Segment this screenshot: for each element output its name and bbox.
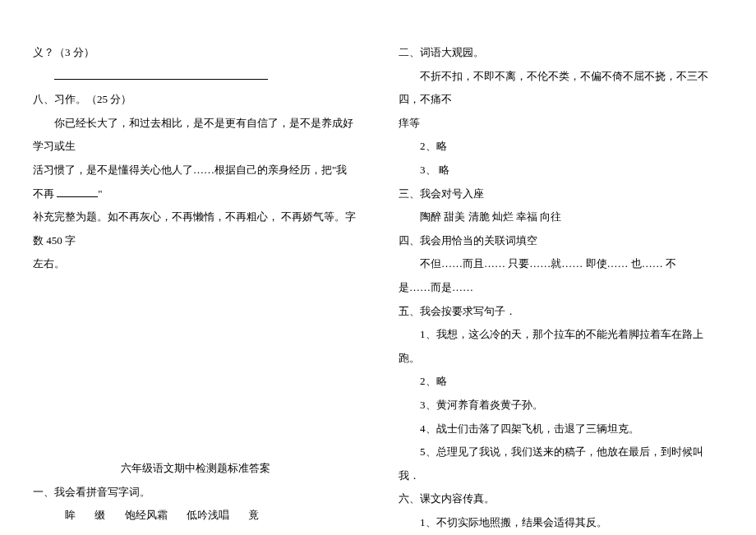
pinyin-e: 竟 bbox=[248, 509, 259, 521]
question-end: 义？（3 分） bbox=[33, 41, 357, 65]
writing-prompt-line3: 补充完整为题。如不再灰心，不再懒惰，不再粗心， 不再娇气等。字数 450 字 bbox=[33, 205, 357, 252]
answer2-item3: 3、 略 bbox=[399, 159, 723, 182]
answer2-item2: 2、略 bbox=[399, 135, 723, 159]
left-column: 义？（3 分） 八、习作。（25 分） 你已经长大了，和过去相比，是不是更有自信… bbox=[33, 41, 357, 510]
answer6-heading: 六、课文内容传真。 bbox=[399, 487, 723, 511]
section-8-heading: 八、习作。（25 分） bbox=[33, 88, 357, 112]
answer2-line2: 痒等 bbox=[399, 112, 723, 136]
answer5-heading: 五、我会按要求写句子． bbox=[399, 300, 723, 324]
pinyin-d: 低吟浅唱 bbox=[187, 509, 229, 521]
writing-prompt-line2: 活习惯了，是不是懂得关心他人了……根据自己的亲身经历，把"我不再 " bbox=[33, 159, 357, 205]
answer1-heading: 一、我会看拼音写字词。 bbox=[33, 481, 357, 505]
writing-prompt-line4: 左右。 bbox=[33, 252, 357, 276]
answer4-line2: 是……而是…… bbox=[399, 276, 723, 300]
pinyin-b: 缀 bbox=[94, 509, 105, 521]
answer4-heading: 四、我会用恰当的关联词填空 bbox=[399, 229, 723, 253]
blank-field bbox=[57, 187, 98, 197]
answer-title: 六年级语文期中检测题标准答案 bbox=[33, 457, 357, 481]
answer5-item2: 2、略 bbox=[399, 370, 723, 394]
pinyin-row: 眸 缀 饱经风霜 低吟浅唱 竟 bbox=[33, 504, 357, 528]
answer5-item3: 3、黄河养育着炎黄子孙。 bbox=[399, 394, 723, 417]
answer3-heading: 三、我会对号入座 bbox=[399, 182, 723, 206]
spacer bbox=[33, 276, 357, 457]
answer2-heading: 二、词语大观园。 bbox=[399, 41, 723, 65]
answer2-line1: 不折不扣，不即不离，不伦不类，不偏不倚不屈不挠，不三不四，不痛不 bbox=[399, 65, 723, 112]
underline-blank bbox=[33, 65, 357, 89]
answer5-item5: 5、总理见了我说，我们送来的稿子，他放在最后，到时候叫我． bbox=[399, 440, 723, 487]
answer5-item4: 4、战士们击落了四架飞机，击退了三辆坦克。 bbox=[399, 417, 723, 441]
right-column: 二、词语大观园。 不折不扣，不即不离，不伦不类，不偏不倚不屈不挠，不三不四，不痛… bbox=[399, 41, 723, 510]
pinyin-a: 眸 bbox=[65, 509, 76, 521]
answer4-line1: 不但……而且…… 只要……就…… 即使…… 也…… 不 bbox=[399, 252, 723, 276]
writing-prompt-line1: 你已经长大了，和过去相比，是不是更有自信了，是不是养成好学习或生 bbox=[33, 112, 357, 159]
pinyin-c: 饱经风霜 bbox=[125, 509, 168, 521]
writing-line2b: " bbox=[98, 187, 102, 200]
answer3-line: 陶醉 甜美 清脆 灿烂 幸福 向往 bbox=[399, 205, 723, 229]
answer5-item1: 1、我想，这么冷的天，那个拉车的不能光着脚拉着车在路上跑。 bbox=[399, 323, 723, 370]
answer6-item1: 1、不切实际地照搬，结果会适得其反。 bbox=[399, 511, 723, 535]
